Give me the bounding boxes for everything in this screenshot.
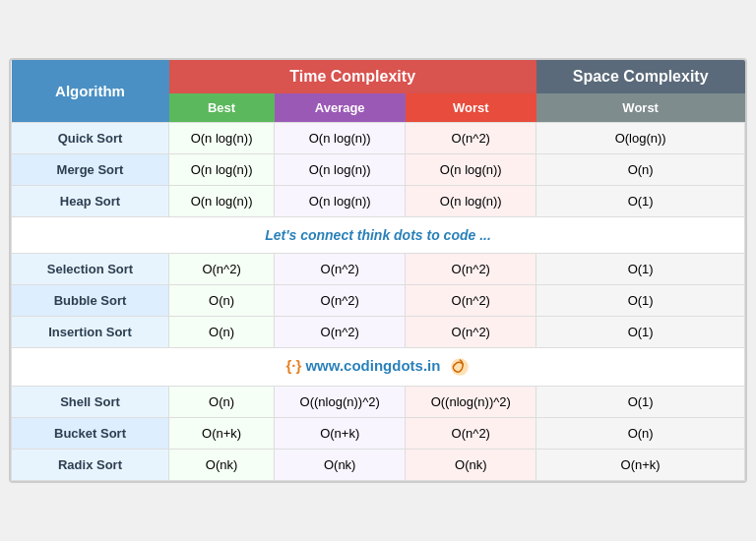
algo-name-cell: Shell Sort [12, 387, 169, 418]
average-cell: O(n log(n)) [275, 154, 406, 186]
table-row: Bubble SortO(n)O(n^2)O(n^2)O(1) [12, 285, 745, 317]
worst-space-cell: O(1) [536, 285, 745, 317]
table-row: Selection SortO(n^2)O(n^2)O(n^2)O(1) [12, 254, 745, 285]
average-cell: O(n log(n)) [275, 186, 406, 217]
table-row: Merge SortO(n log(n))O(n log(n))O(n log(… [12, 154, 745, 186]
best-cell: O(nk) [169, 450, 275, 481]
worst-space-cell: O(log(n)) [536, 123, 745, 154]
website-domain: www.codingdots.in [305, 357, 440, 374]
algorithm-header: Algorithm [12, 60, 169, 123]
header-top-row: Algorithm Time Complexity Space Complexi… [12, 60, 745, 93]
average-cell: O(n^2) [275, 254, 406, 285]
divider-row-1: Let's connect think dots to code ... [12, 217, 745, 254]
average-cell: O(n^2) [275, 285, 406, 317]
worst-space-header: Worst [536, 93, 745, 123]
table-row: Quick SortO(n log(n))O(n log(n))O(n^2)O(… [12, 123, 745, 154]
swirl-icon [449, 356, 471, 378]
worst-time-cell: O(n^2) [406, 317, 536, 348]
worst-space-cell: O(n+k) [536, 450, 745, 481]
algo-name-cell: Bucket Sort [12, 418, 169, 450]
average-cell: O((nlog(n))^2) [275, 387, 406, 418]
worst-space-cell: O(1) [536, 387, 745, 418]
worst-time-cell: O((nlog(n))^2) [406, 387, 536, 418]
algo-name-cell: Merge Sort [12, 154, 169, 186]
algo-name-cell: Heap Sort [12, 186, 169, 217]
worst-time-cell: O(n^2) [406, 285, 536, 317]
complexity-table: Algorithm Time Complexity Space Complexi… [11, 60, 745, 481]
table-row: Radix SortO(nk)O(nk)O(nk)O(n+k) [12, 450, 745, 481]
average-cell: O(n+k) [275, 418, 406, 450]
best-cell: O(n) [169, 317, 275, 348]
time-complexity-header: Time Complexity [169, 60, 536, 93]
best-cell: O(n log(n)) [169, 186, 275, 217]
best-cell: O(n) [169, 387, 275, 418]
best-cell: O(n+k) [169, 418, 275, 450]
algo-name-cell: Quick Sort [12, 123, 169, 154]
worst-time-cell: O(nk) [406, 450, 536, 481]
divider-text-1: Let's connect think dots to code ... [12, 217, 745, 254]
average-cell: O(n log(n)) [275, 123, 406, 154]
algo-name-cell: Bubble Sort [12, 285, 169, 317]
best-cell: O(n^2) [169, 254, 275, 285]
worst-space-cell: O(n) [536, 418, 745, 450]
algo-name-cell: Radix Sort [12, 450, 169, 481]
worst-time-header: Worst [406, 93, 536, 123]
curly-brace-icon: {·} [285, 357, 301, 374]
table-body: Quick SortO(n log(n))O(n log(n))O(n^2)O(… [12, 123, 745, 481]
average-header: Average [275, 93, 406, 123]
average-cell: O(nk) [275, 450, 406, 481]
best-cell: O(n log(n)) [169, 123, 275, 154]
average-cell: O(n^2) [275, 317, 406, 348]
table-row: Shell SortO(n)O((nlog(n))^2)O((nlog(n))^… [12, 387, 745, 418]
worst-space-cell: O(n) [536, 154, 745, 186]
worst-time-cell: O(n log(n)) [406, 154, 536, 186]
complexity-table-container: Algorithm Time Complexity Space Complexi… [9, 58, 747, 483]
worst-time-cell: O(n^2) [406, 254, 536, 285]
table-row: Bucket SortO(n+k)O(n+k)O(n^2)O(n) [12, 418, 745, 450]
worst-space-cell: O(1) [536, 254, 745, 285]
website-cell: {·} www.codingdots.in [12, 348, 745, 387]
worst-space-cell: O(1) [536, 317, 745, 348]
best-cell: O(n log(n)) [169, 154, 275, 186]
space-complexity-header: Space Complexity [536, 60, 745, 93]
algo-name-cell: Insertion Sort [12, 317, 169, 348]
website-row: {·} www.codingdots.in [12, 348, 745, 387]
table-row: Insertion SortO(n)O(n^2)O(n^2)O(1) [12, 317, 745, 348]
website-text: {·} www.codingdots.in [285, 357, 470, 374]
table-row: Heap SortO(n log(n))O(n log(n))O(n log(n… [12, 186, 745, 217]
worst-time-cell: O(n log(n)) [406, 186, 536, 217]
algo-name-cell: Selection Sort [12, 254, 169, 285]
best-header: Best [169, 93, 275, 123]
worst-space-cell: O(1) [536, 186, 745, 217]
best-cell: O(n) [169, 285, 275, 317]
worst-time-cell: O(n^2) [406, 123, 536, 154]
worst-time-cell: O(n^2) [406, 418, 536, 450]
